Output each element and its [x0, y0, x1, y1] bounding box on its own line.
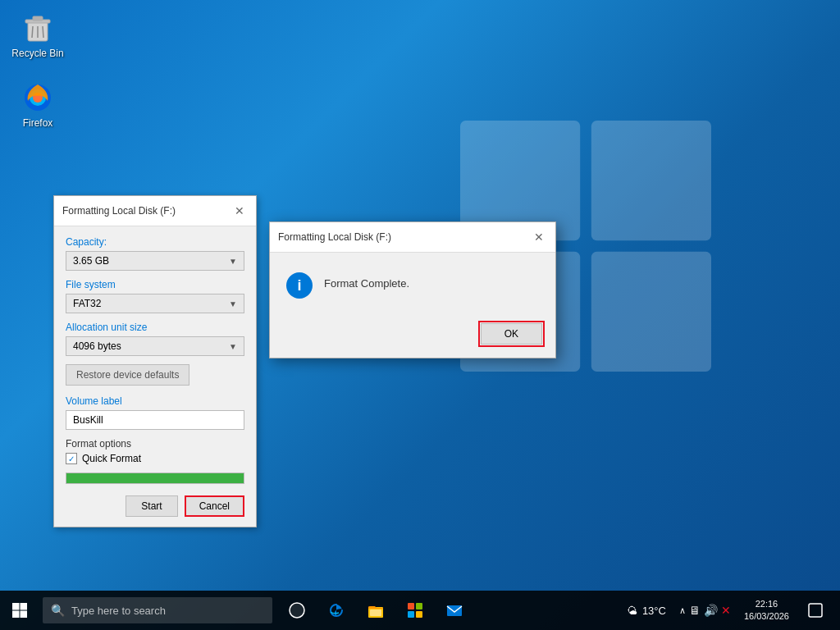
format-dialog-buttons: Start Cancel: [66, 495, 244, 517]
format-progress-fill: [66, 473, 244, 483]
capacity-label: Capacity:: [66, 236, 244, 248]
svg-line-7: [32, 26, 33, 38]
alloc-dropdown[interactable]: 4096 bytes ▼: [66, 336, 244, 356]
ok-button[interactable]: OK: [481, 323, 542, 345]
taskbar-right: 🌤 13°C ∧ 🖥 🔊 ✕ 22:16 16/03/2026: [620, 592, 840, 628]
format-complete-dialog: Formatting Local Disk (F:) ✕ i Format Co…: [269, 221, 556, 358]
svg-rect-22: [416, 603, 422, 609]
filesystem-value: FAT32: [73, 298, 101, 309]
svg-rect-15: [12, 611, 20, 619]
format-complete-title: Formatting Local Disk (F:): [278, 231, 391, 243]
format-options-section: Format options ✓ Quick Format: [66, 438, 244, 464]
svg-line-9: [43, 26, 43, 38]
search-placeholder: Type here to search: [71, 605, 166, 617]
chevron-up-icon[interactable]: ∧: [679, 605, 686, 616]
format-dialog-close-button[interactable]: ✕: [231, 203, 248, 219]
quick-format-checkbox[interactable]: ✓: [66, 453, 77, 464]
svg-rect-24: [416, 611, 422, 618]
svg-rect-25: [447, 605, 462, 616]
search-icon: 🔍: [51, 604, 65, 617]
firefox-image: [21, 81, 54, 114]
restore-defaults-button[interactable]: Restore device defaults: [66, 364, 189, 386]
format-dialog-body: Capacity: 3.65 GB ▼ File system FAT32 ▼ …: [54, 226, 256, 527]
mail-icon: [445, 601, 463, 619]
format-complete-titlebar: Formatting Local Disk (F:) ✕: [270, 222, 555, 253]
task-view-icon: [288, 601, 306, 619]
volume-icon[interactable]: 🔊: [704, 604, 718, 617]
windows-logo-icon: [11, 602, 28, 619]
format-dialog-background: Formatting Local Disk (F:) ✕ Capacity: 3…: [53, 195, 257, 527]
time-area[interactable]: 22:16 16/03/2026: [737, 598, 796, 623]
firefox-label: Firefox: [23, 117, 53, 129]
weather-widget[interactable]: 🌤 13°C: [620, 605, 673, 617]
info-icon: i: [286, 272, 313, 299]
mail-button[interactable]: [436, 592, 472, 628]
quick-format-label: Quick Format: [82, 453, 141, 464]
capacity-dropdown-arrow: ▼: [229, 257, 237, 266]
alloc-dropdown-arrow: ▼: [229, 342, 237, 351]
svg-rect-26: [809, 604, 822, 617]
svg-rect-21: [408, 603, 414, 609]
svg-rect-20: [370, 609, 381, 616]
system-tray: ∧ 🖥 🔊 ✕: [674, 604, 736, 617]
clock-date: 16/03/2026: [744, 610, 789, 623]
format-dialog-titlebar: Formatting Local Disk (F:) ✕: [54, 196, 256, 226]
quick-format-row: ✓ Quick Format: [66, 453, 244, 464]
format-dialog-title: Formatting Local Disk (F:): [62, 205, 176, 217]
firefox-icon[interactable]: Firefox: [8, 78, 67, 132]
notification-button[interactable]: [797, 592, 833, 628]
volume-label-label: Volume label: [66, 395, 244, 407]
alloc-label: Allocation unit size: [66, 322, 244, 333]
svg-rect-23: [408, 611, 414, 618]
alloc-value: 4096 bytes: [73, 340, 121, 352]
capacity-value: 3.65 GB: [73, 255, 109, 267]
svg-rect-6: [33, 16, 43, 21]
store-icon: [406, 601, 424, 619]
edge-button[interactable]: [318, 592, 354, 628]
svg-rect-1: [591, 121, 711, 240]
recycle-bin-icon[interactable]: Recycle Bin: [8, 8, 67, 62]
file-explorer-button[interactable]: [358, 592, 394, 628]
filesystem-label: File system: [66, 279, 244, 290]
search-bar[interactable]: 🔍 Type here to search: [43, 597, 272, 623]
svg-rect-16: [21, 611, 28, 619]
filesystem-dropdown[interactable]: FAT32 ▼: [66, 294, 244, 313]
svg-point-18: [290, 603, 304, 618]
cancel-button[interactable]: Cancel: [185, 495, 244, 517]
weather-icon: 🌤: [627, 605, 637, 617]
store-button[interactable]: [397, 592, 433, 628]
format-complete-close-button[interactable]: ✕: [531, 229, 547, 245]
network-icon[interactable]: 🖥: [689, 604, 701, 617]
format-options-label: Format options: [66, 438, 244, 450]
start-button-taskbar[interactable]: [0, 591, 39, 630]
notification-icon: [808, 603, 823, 618]
edge-icon: [327, 601, 345, 619]
filesystem-dropdown-arrow: ▼: [229, 299, 237, 308]
taskbar-center-buttons: [279, 592, 472, 628]
taskbar: 🔍 Type here to search: [0, 591, 840, 630]
volume-warning-icon: ✕: [721, 604, 731, 617]
volume-label-input[interactable]: [66, 410, 244, 430]
capacity-dropdown[interactable]: 3.65 GB ▼: [66, 251, 244, 271]
format-complete-body: i Format Complete.: [270, 253, 555, 315]
svg-rect-3: [591, 252, 711, 372]
format-progress-container: [66, 472, 244, 484]
desktop: Recycle Bin Firefox Formatting Local Dis…: [0, 0, 840, 630]
recycle-bin-label: Recycle Bin: [11, 48, 63, 59]
svg-rect-14: [21, 603, 28, 610]
file-explorer-icon: [367, 601, 385, 619]
temperature: 13°C: [642, 605, 666, 617]
task-view-button[interactable]: [279, 592, 315, 628]
recycle-bin-image: [21, 11, 54, 44]
svg-rect-13: [12, 603, 20, 610]
format-complete-message: Format Complete.: [324, 272, 409, 290]
format-complete-footer: OK: [270, 315, 555, 358]
clock-time: 22:16: [744, 598, 789, 610]
start-button[interactable]: Start: [126, 495, 177, 517]
